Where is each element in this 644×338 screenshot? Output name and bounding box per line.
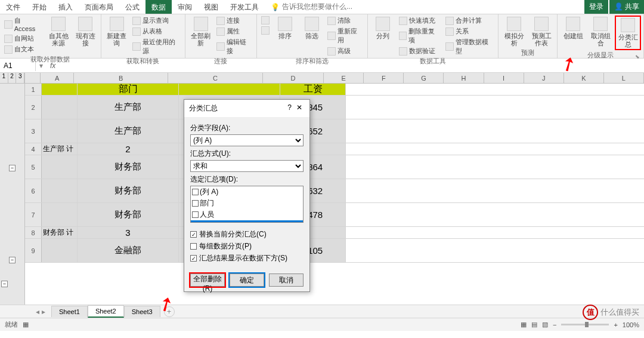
whatif[interactable]: 模拟分析	[501, 16, 527, 48]
view-break-icon[interactable]: ▧	[542, 321, 548, 328]
sheet-tab[interactable]: Sheet3	[124, 306, 160, 317]
tab-formula[interactable]: 公式	[119, 0, 145, 14]
sort[interactable]: 排序	[273, 16, 298, 41]
data-valid[interactable]: 数据验证	[397, 46, 442, 56]
forecast[interactable]: 预测工作表	[528, 16, 555, 48]
chk-pagebreak[interactable]: 每组数据分页(P)	[190, 241, 304, 251]
from-table[interactable]: 从表格	[131, 26, 182, 36]
row-header[interactable]: 5	[25, 155, 42, 179]
zoom-slider[interactable]	[561, 324, 609, 325]
col-header[interactable]: C	[168, 73, 262, 83]
cell[interactable]	[42, 239, 78, 262]
row-header[interactable]: 7	[25, 203, 42, 226]
cell[interactable]: 生产部 计	[42, 143, 78, 155]
outline-collapse[interactable]: −	[1, 281, 8, 287]
remove-dup[interactable]: 删除重复项	[397, 26, 442, 45]
advanced[interactable]: 高级	[326, 46, 364, 56]
cell[interactable]: 3	[78, 227, 179, 238]
col-header[interactable]: J	[524, 73, 564, 83]
from-access[interactable]: 自 Access	[2, 16, 45, 33]
tab-home[interactable]: 开始	[26, 0, 52, 14]
row-header[interactable]: 3	[25, 119, 42, 143]
tab-view[interactable]: 视图	[198, 0, 224, 14]
row-header[interactable]: 2	[25, 96, 42, 119]
zoom-level[interactable]: 100%	[623, 321, 639, 328]
field-select[interactable]: (列 A)	[190, 134, 304, 146]
row-header[interactable]: 6	[25, 179, 42, 202]
view-layout-icon[interactable]: ▤	[531, 321, 537, 328]
cell[interactable]: 财务部	[78, 155, 179, 179]
cell[interactable]	[42, 119, 78, 143]
cell[interactable]: 2	[78, 143, 179, 155]
cell[interactable]: 财务部 计	[42, 227, 78, 238]
col-header[interactable]: H	[444, 73, 484, 83]
share-button[interactable]: 👤 共享	[609, 0, 644, 14]
recent-sources[interactable]: 最近使用的源	[131, 37, 182, 56]
grid[interactable]: ABCDEFGHIJKL 1部门工资2生产部28453生产部36524生产部 计…	[25, 73, 644, 305]
subtotal[interactable]: 分类汇总	[615, 16, 641, 50]
from-web[interactable]: 自网站	[2, 33, 45, 44]
from-other[interactable]: 自其他来源	[46, 16, 72, 48]
properties[interactable]: 属性	[215, 26, 253, 36]
tab-dev[interactable]: 开发工具	[224, 0, 265, 14]
col-header[interactable]: D	[263, 73, 324, 83]
col-header[interactable]: B	[74, 73, 168, 83]
ungroup[interactable]: 取消组合	[587, 16, 614, 48]
tab-review[interactable]: 审阅	[172, 0, 198, 14]
chk-replace[interactable]: ✓替换当前分类汇总(C)	[190, 229, 304, 239]
chk-below[interactable]: ✓汇总结果显示在数据下方(S)	[190, 253, 304, 263]
cell[interactable]: 金融部	[78, 239, 179, 262]
close-button[interactable]: ✕	[294, 103, 305, 113]
outline-level-1[interactable]: 1	[0, 73, 8, 83]
connections[interactable]: 连接	[215, 16, 253, 26]
cell[interactable]	[42, 84, 78, 95]
cell[interactable]: 部门	[78, 84, 179, 95]
outline-level-2[interactable]: 2	[8, 73, 17, 83]
tab-insert[interactable]: 插入	[52, 0, 79, 14]
tell-me[interactable]: 💡告诉我您想要做什么...	[265, 0, 358, 14]
col-header[interactable]: F	[364, 73, 404, 83]
sheet-tab[interactable]: Sheet1	[51, 306, 88, 317]
tab-nav-next-icon[interactable]: ▸	[42, 308, 45, 316]
row-header[interactable]: 9	[25, 239, 42, 262]
relations[interactable]: 关系	[444, 26, 496, 36]
tab-nav-prev-icon[interactable]: ◂	[36, 308, 39, 316]
list-item[interactable]: 人员	[191, 209, 303, 220]
zoom-out[interactable]: −	[553, 321, 556, 328]
show-queries[interactable]: 显示查询	[131, 16, 182, 26]
edit-links[interactable]: 编辑链接	[215, 37, 253, 56]
col-header[interactable]: L	[604, 73, 644, 83]
help-button[interactable]: ?	[285, 103, 294, 113]
list-item[interactable]: (列 A)	[191, 186, 303, 198]
tab-file[interactable]: 文件	[0, 0, 26, 14]
col-header[interactable]: A	[41, 73, 74, 83]
func-select[interactable]: 求和	[190, 160, 304, 172]
row-header[interactable]: 4	[25, 143, 42, 155]
tab-data[interactable]: 数据	[145, 0, 172, 14]
row-header[interactable]: 1	[25, 84, 42, 95]
items-listbox[interactable]: (列 A)部门人员✓工资	[190, 186, 304, 223]
cancel-button[interactable]: 取消	[269, 274, 304, 287]
cell[interactable]: 财务部	[78, 203, 179, 226]
cell[interactable]	[42, 203, 78, 226]
ok-button[interactable]: 确定	[230, 274, 264, 287]
outline-level-3[interactable]: 3	[16, 73, 24, 83]
sort-az[interactable]	[259, 16, 271, 25]
list-item[interactable]: 部门	[191, 198, 303, 209]
from-text[interactable]: 自文本	[2, 44, 45, 54]
cell[interactable]: 工资	[280, 84, 346, 95]
outline-collapse[interactable]: −	[9, 165, 16, 171]
new-query[interactable]: 新建查询	[104, 16, 129, 48]
macro-icon[interactable]: ▦	[23, 321, 29, 328]
cell[interactable]	[42, 155, 78, 179]
dialog-launcher-icon[interactable]: ⬊	[635, 54, 640, 60]
zoom-in[interactable]: +	[614, 321, 617, 328]
cell[interactable]: 生产部	[78, 119, 179, 143]
cell[interactable]	[179, 84, 280, 95]
col-header[interactable]: I	[484, 73, 524, 83]
filter[interactable]: 筛选	[299, 16, 325, 41]
data-model[interactable]: 管理数据模型	[444, 37, 496, 56]
clear-filter[interactable]: 清除	[326, 16, 364, 26]
group[interactable]: 创建组	[560, 16, 586, 41]
row-header[interactable]: 8	[25, 227, 42, 238]
